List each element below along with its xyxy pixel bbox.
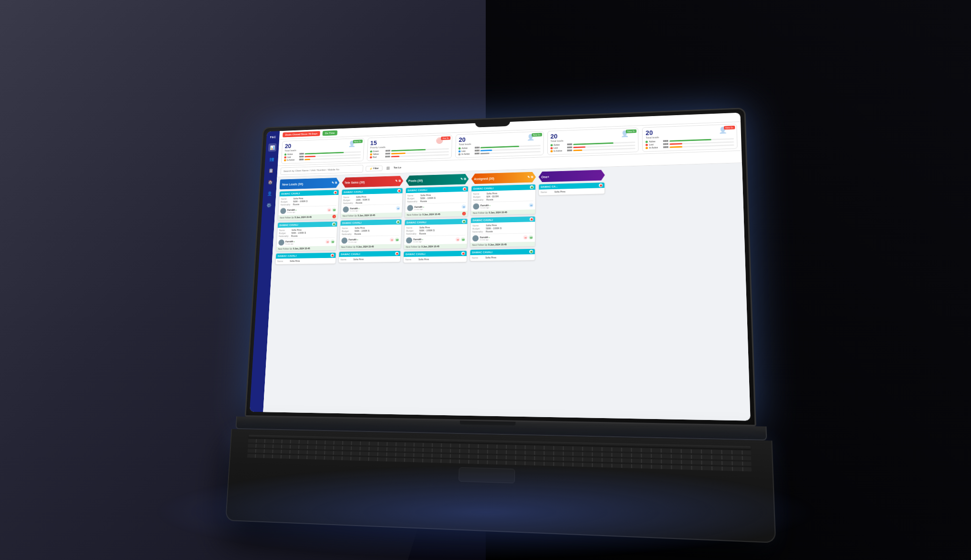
card-row-name-4-3: Name: Sofia Pires (472, 256, 533, 259)
indicator-inner-3-1 (463, 188, 466, 190)
copy-icon-4[interactable]: ⧉ (531, 175, 533, 179)
budget-label-3-1: Budget: (407, 197, 419, 200)
notif-badge-3-1: 2 (462, 212, 466, 215)
agent-info-1-1: Farrukh ● 5 mins ago (287, 208, 296, 213)
edit-icon-1[interactable]: ✎ (331, 181, 334, 184)
action-mail-2-2[interactable]: ✉ (389, 237, 393, 242)
kanban-card-1-2[interactable]: DAMAC CAVALI Name: (276, 221, 338, 252)
copy-icon-1[interactable]: ⧉ (335, 181, 337, 184)
dot-live-3 (458, 150, 461, 152)
followup-label-1-2: Next Follow Up (278, 248, 292, 250)
avatar-figure-1-2 (279, 240, 283, 246)
card-indicator-3-1 (462, 187, 466, 191)
stat-badge-4: New 9+ (626, 129, 636, 133)
kanban-card-2-3[interactable]: DAMAC CAVALI Name: (338, 250, 401, 263)
active-val-4: 9999 (567, 143, 572, 146)
edit-icon-2[interactable]: ✎ (395, 179, 398, 183)
budget-label-4-1: Budget: (473, 195, 485, 198)
laptop-wrapper: F&C 📊 👥 📋 🏠 👤 ⚙️ Deals C (199, 97, 773, 531)
kanban-col-tele-sales: Tele Sales (30) ✎ ⧉ DAMAC CAVALI (331, 176, 404, 411)
laptop-hinge (459, 420, 515, 425)
kanban-card-4-3[interactable]: DAMAC CAVALI Name: (469, 248, 535, 261)
card-title-4-3: DAMAC CAVALI (472, 251, 492, 254)
name-label-3-2: Name: (406, 226, 419, 229)
action-phone-1-2[interactable]: ☎ (330, 239, 335, 244)
notif-badge-1-1: 3 (332, 215, 336, 218)
stat-badge-1: New 9+ (352, 140, 362, 143)
name-label-2-1: Name: (343, 196, 355, 199)
card-indicator-4-3 (529, 250, 533, 254)
agent-avatar-4-2 (472, 235, 478, 241)
edit-icon-4[interactable]: ✎ (527, 175, 530, 179)
sidebar-item-settings[interactable]: ⚙️ (264, 201, 273, 210)
on-time-btn[interactable]: On Time (322, 130, 337, 136)
sidebar-item-properties[interactable]: 🏠 (266, 178, 274, 186)
kanban-card-1-3[interactable]: DAMAC CAVALI Name: (275, 252, 336, 265)
action-mail-3-1[interactable]: ✉ (461, 205, 466, 209)
sidebar-item-tasks[interactable]: 📋 (266, 166, 275, 175)
name-label-2-3: Name: (340, 258, 352, 261)
dot-lost-1 (284, 156, 286, 158)
followup-row-3-1: Next Follow Up 5 Jan, 2024 15:45 2 (405, 211, 468, 217)
filter-button[interactable]: ⚡ Filter (365, 165, 382, 172)
card-title-5-1: DAMAC CA... (541, 185, 558, 188)
action-mail-4-1[interactable]: ✉ (529, 203, 534, 207)
agent-name-3-2: Farrukh ● (413, 237, 423, 240)
action-phone-1-1[interactable]: ☎ (332, 207, 336, 212)
action-phone-4-2[interactable]: ☎ (528, 235, 533, 239)
card-indicator-4-1 (530, 185, 534, 189)
dot-yellow (370, 153, 372, 156)
sidebar-item-contacts[interactable]: 👤 (265, 189, 273, 198)
kanban-card-2-2[interactable]: DAMAC CAVALI Name: (338, 219, 402, 249)
indicator-inner-2-2 (397, 221, 399, 223)
card-title-3-1: DAMAC CAVALI (407, 189, 427, 192)
edit-icon-3[interactable]: ✎ (460, 177, 463, 181)
name-label-4-1: Name: (473, 192, 485, 195)
indicator-inner-5-1 (600, 184, 602, 186)
kanban-col-assigned: Assigned (30) ✎ ⧉ DAMAC CAVALI (466, 172, 535, 414)
kanban-card-5-1[interactable]: DAMAC CA... Name: (538, 182, 605, 196)
stat-number-5: 20 (645, 129, 653, 136)
kanban-card-3-3[interactable]: DAMAC CAVALI Name: (403, 250, 467, 263)
col-title-tele-sales: Tele Sales (30) (344, 181, 364, 184)
search-input[interactable] (280, 165, 363, 175)
indicator-inner-2-3 (395, 252, 398, 255)
agent-row-3-1: Farrukh ● 5 mins ago ✉ (407, 202, 466, 211)
agent-actions-3-2: ✉ ☎ (455, 237, 465, 242)
inactive-label-3: In Active (461, 152, 474, 155)
kanban-card-1-1[interactable]: DAMAC CAVALI Name: (277, 189, 339, 220)
green-val: 9999 (385, 150, 390, 152)
action-mail-1-1[interactable]: ✉ (327, 208, 331, 212)
action-phone-3-2[interactable]: ☎ (460, 237, 465, 241)
copy-icon-3[interactable]: ⧉ (464, 177, 466, 181)
stat-card-3: 👤 20 New 9+ Total leads (455, 131, 544, 158)
agent-actions-4-2: ✉ ☎ (523, 235, 533, 240)
agent-actions-3-1: ✉ (461, 205, 466, 209)
col-header-new-leads: New Leads (30) ✎ ⧉ (279, 178, 339, 189)
action-mail-3-2[interactable]: ✉ (455, 237, 459, 242)
kanban-card-3-1[interactable]: DAMAC CAVALI Name: (404, 186, 469, 218)
action-mail-2-1[interactable]: ✉ (395, 206, 400, 210)
dot-inactive-3 (458, 153, 460, 155)
action-mail-4-2[interactable]: ✉ (523, 235, 528, 239)
copy-icon-2[interactable]: ⧉ (398, 179, 401, 183)
agent-info-1-2: Farrukh ● 5 mins ago (285, 240, 295, 245)
deals-closed-btn[interactable]: Deals Closed Since 76 Days (283, 131, 320, 137)
action-phone-2-2[interactable]: ☎ (394, 237, 399, 242)
card-indicator-4-2 (529, 217, 533, 221)
stat-number-2: 15 (370, 140, 377, 146)
sidebar-item-dashboard[interactable]: 📊 (268, 143, 276, 152)
grid-view-icon[interactable]: ⊞ (385, 165, 391, 171)
stat-rows-3: Active 9999 Live 9999 (458, 144, 540, 156)
kanban-card-4-2[interactable]: DAMAC CAVALI Name: (469, 216, 535, 248)
kanban-card-4-1[interactable]: DAMAC CAVALI Name: (470, 184, 535, 215)
kanban-card-3-2[interactable]: DAMAC CAVALI Name: (404, 218, 468, 249)
kanban-card-2-1[interactable]: DAMAC CAVALI Name: (340, 188, 403, 218)
followup-row-4-1: Next Follow Up 5 Jan, 2024 15:45 (471, 209, 535, 215)
agent-time-3-2: 5 mins ago (413, 240, 423, 243)
sidebar-item-leads[interactable]: 👥 (267, 155, 276, 163)
action-mail-1-2[interactable]: ✉ (325, 239, 329, 244)
stat-card-4: 👤 20 New 9+ Total leads (547, 128, 639, 155)
card-body-1-2: Name: Sofia Pires Budget: 500K - 1000K $ (276, 226, 337, 247)
card-title-2-1: DAMAC CAVALI (343, 191, 362, 194)
